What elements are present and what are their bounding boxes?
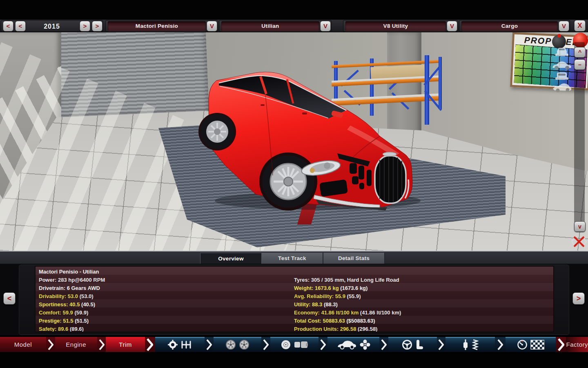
stat-row [294, 268, 401, 276]
nav-interior-tab[interactable] [388, 337, 437, 352]
stat-row: Comfort: 59.9 (59.9) [39, 309, 105, 317]
stats-next-button[interactable]: > [572, 292, 585, 305]
stats-column-right: Tyres: 305 / 305 mm, Hard Long Life Road… [294, 268, 401, 332]
stat-row: Safety: 89.6 (89.6) [39, 325, 105, 332]
nav-brakes-tab[interactable] [270, 337, 319, 352]
chevron-separator-icon [46, 337, 55, 352]
year-forward-fast-button[interactable]: > [92, 21, 102, 31]
camera-view-perspective-icon[interactable] [551, 82, 572, 93]
seat-icon [415, 339, 423, 350]
tab-test-track[interactable]: Test Track [262, 253, 323, 264]
tab-overview[interactable]: Overview [200, 253, 262, 264]
model-dropdown-arrow-button[interactable]: V [207, 21, 217, 31]
year-selector-group: < < 2015 > > [1, 20, 103, 32]
car-render-red-wagon [195, 68, 425, 211]
model-dropdown[interactable]: Mactori Penisio [108, 21, 206, 31]
brake-pads-icon [294, 340, 308, 349]
stat-row: Tyres: 305 / 305 mm, Hard Long Life Road [294, 276, 401, 284]
rear-wheel [200, 114, 234, 149]
stat-row: Weight: 1673.6 kg (1673.6 kg) [294, 284, 401, 292]
tab-detail-stats[interactable]: Detail Stats [323, 253, 385, 264]
overview-stats-panel: Mactori Penisio - Utilian Power: 283 hp@… [35, 266, 554, 332]
garage-roller-door [53, 32, 209, 124]
chevron-separator-icon [556, 337, 566, 352]
cooling-fan-icon [360, 339, 370, 350]
year-back-fast-button[interactable]: < [3, 21, 13, 31]
steering-wheel-icon [402, 339, 412, 350]
shock-absorber-icon [462, 339, 469, 350]
stat-row: Total Cost: 50883.63 ($50883.63) [294, 317, 401, 325]
stats-prev-button[interactable]: < [3, 292, 16, 305]
nav-testing-tab[interactable] [506, 337, 556, 352]
chevron-separator-icon [97, 337, 106, 352]
nav-gearbox-tab[interactable] [155, 337, 205, 352]
trim-dropdown-arrow-button[interactable]: V [320, 21, 331, 31]
top-black-strip [0, 0, 588, 20]
camera-view-front-icon[interactable] [551, 47, 572, 58]
coil-spring-icon [472, 339, 479, 350]
engine-dropdown-group: V8 Utility V [343, 20, 458, 32]
brake-disc-icon [281, 339, 291, 350]
engine-variant-dropdown-arrow-button[interactable]: V [559, 21, 569, 31]
scroll-down-button[interactable]: v [574, 221, 586, 232]
orbit-camera-icon[interactable] [552, 35, 566, 49]
nav-body-cooling-tab[interactable] [327, 337, 379, 352]
chevron-separator-icon [205, 337, 214, 352]
stat-row: Power: 283 hp@6400 RPM [39, 276, 105, 284]
stats-panel-area: Mactori Penisio - Utilian Power: 283 hp@… [0, 264, 588, 336]
app-window: < < 2015 > > Mactori Penisio V Utilian V… [0, 0, 588, 368]
stat-row: Mactori Penisio - Utilian [39, 268, 105, 276]
stats-column-left: Mactori Penisio - Utilian Power: 283 hp@… [39, 268, 105, 332]
bottom-panel-tabbar: Overview Test Track Detail Stats [0, 251, 588, 264]
front-wheel [262, 155, 314, 208]
stat-row: Prestige: 51.5 (51.5) [39, 317, 105, 325]
wheel-icon [225, 339, 236, 350]
camera-view-rear-icon[interactable] [551, 71, 572, 81]
move-gizmo-icon[interactable] [571, 233, 587, 250]
stat-row: Avg. Reliability: 55.9 (55.9) [294, 292, 401, 301]
trim-dropdown-group: Utilian V [219, 20, 332, 32]
designer-nav-bar: Model Engine Trim [0, 335, 588, 353]
year-back-button[interactable]: < [15, 21, 26, 31]
nav-model[interactable]: Model [0, 337, 46, 352]
nav-engine[interactable]: Engine [55, 337, 97, 352]
engine-variant-dropdown-group: Cargo V [459, 20, 570, 32]
car-body-icon [336, 340, 357, 350]
stat-row: Sportiness: 40.5 (40.5) [39, 301, 105, 309]
trim-dropdown[interactable]: Utilian [221, 21, 319, 31]
shelf-post [439, 57, 442, 109]
stat-row: Economy: 41.86 lt/100 km (41.86 lt/100 k… [294, 309, 401, 317]
chevron-separator-icon [145, 337, 156, 352]
gear-shifter-icon [180, 339, 192, 350]
close-button[interactable]: X [574, 20, 586, 31]
gauge-icon [517, 339, 528, 350]
stat-row: Drivability: 53.0 (53.0) [39, 292, 105, 301]
nav-suspension-tab[interactable] [445, 337, 495, 352]
engine-dropdown-arrow-button[interactable]: V [447, 21, 457, 31]
engine-variant-dropdown[interactable]: Cargo [461, 21, 558, 31]
stat-row: Production Units: 296.58 (296.58) [294, 325, 401, 332]
nav-factory[interactable]: Factory [566, 337, 588, 352]
scroll-up-button[interactable]: ^ [574, 47, 586, 58]
chevron-separator-icon [379, 337, 388, 352]
chevron-separator-icon [318, 337, 327, 352]
wheel-icon [239, 339, 249, 350]
year-forward-button[interactable]: > [80, 21, 90, 31]
camera-view-side-icon[interactable] [551, 60, 572, 71]
chevron-separator-icon [261, 337, 270, 352]
top-toolbar: < < 2015 > > Mactori Penisio V Utilian V… [0, 20, 588, 32]
model-dropdown-group: Mactori Penisio V [105, 20, 218, 32]
engine-dropdown[interactable]: V8 Utility [345, 21, 446, 31]
scroll-drag-button[interactable]: – [574, 59, 586, 70]
checkered-flag-icon [530, 340, 544, 350]
year-label: 2015 [26, 20, 78, 32]
nav-wheels-tab[interactable] [214, 337, 261, 352]
nav-trim-active[interactable]: Trim [106, 337, 145, 352]
chevron-separator-icon [495, 337, 506, 352]
garage-3d-viewport[interactable]: PROPOSED [0, 32, 588, 251]
chevron-separator-icon [437, 337, 446, 352]
stat-row: Drivetrain: 6 Gears AWD [39, 284, 105, 292]
stat-row: Utility: 88.3 (88.3) [294, 301, 401, 309]
clutch-icon [168, 340, 178, 350]
